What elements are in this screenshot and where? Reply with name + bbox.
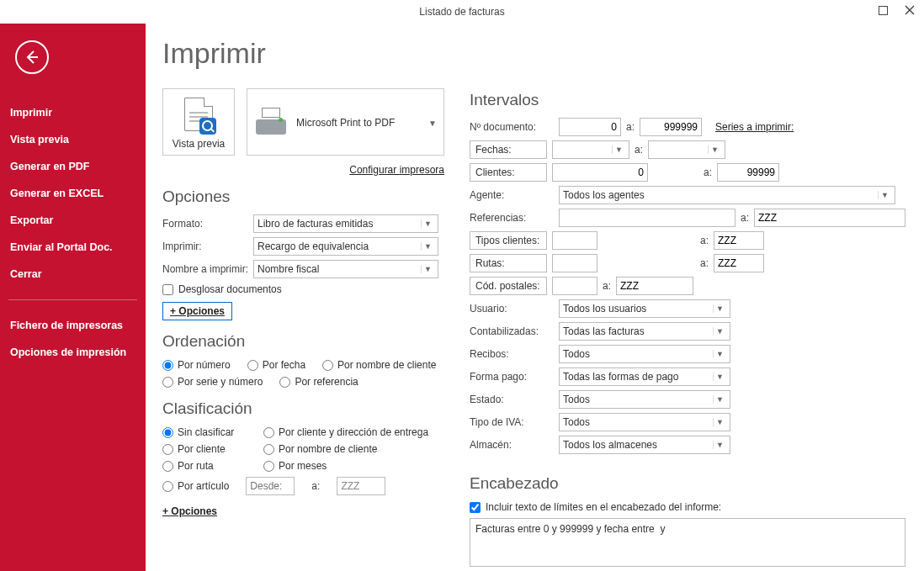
cod-postales-button[interactable]: Cód. postales:	[470, 277, 547, 295]
chevron-down-icon: ▼	[428, 119, 437, 128]
clas-por-nombre-cliente[interactable]: Por nombre de cliente	[263, 443, 377, 455]
window-title: Listado de facturas	[419, 6, 504, 18]
recibos-select[interactable]: Todos▼	[559, 345, 730, 363]
intervalos-title: Intervalos	[470, 91, 905, 109]
clientes-button[interactable]: Clientes:	[470, 163, 547, 182]
referencias-label: Referencias:	[470, 212, 554, 224]
formato-select[interactable]: Libro de facturas emitidas▼	[253, 214, 438, 233]
tipos-from[interactable]	[552, 231, 597, 250]
agente-label: Agente:	[470, 189, 554, 201]
encabezado-textarea[interactable]	[470, 518, 905, 567]
clas-mas-opciones[interactable]: + Opciones	[162, 505, 217, 517]
referencias-from[interactable]	[559, 209, 735, 227]
sidebar-item-generar-pdf[interactable]: Generar en PDF	[0, 153, 146, 180]
nombre-label: Nombre a imprimir:	[162, 263, 253, 275]
recibos-label: Recibos:	[470, 348, 554, 360]
svg-rect-0	[879, 6, 887, 14]
clas-por-meses[interactable]: Por meses	[263, 460, 327, 472]
contab-label: Contabilizadas:	[470, 325, 554, 337]
orden-por-referencia[interactable]: Por referencia	[279, 376, 358, 388]
ndoc-to[interactable]	[640, 118, 702, 136]
usuario-label: Usuario:	[470, 303, 554, 315]
sidebar-item-opciones-impresion[interactable]: Opciones de impresión	[0, 339, 146, 366]
fechas-button[interactable]: Fechas:	[470, 140, 547, 159]
rutas-to[interactable]	[714, 254, 764, 272]
iva-label: Tipo de IVA:	[470, 416, 554, 428]
estado-label: Estado:	[470, 394, 554, 405]
clas-hasta-input[interactable]	[337, 477, 385, 495]
almacen-select[interactable]: Todos los almacenes▼	[559, 436, 730, 454]
orden-por-numero[interactable]: Por número	[162, 359, 231, 371]
series-imprimir-link[interactable]: Series a imprimir:	[715, 121, 794, 133]
cp-from[interactable]	[552, 277, 597, 295]
sidebar-item-fichero-impresoras[interactable]: Fichero de impresoras	[0, 312, 146, 339]
close-button[interactable]	[899, 2, 921, 19]
sidebar-item-exportar[interactable]: Exportar	[0, 207, 146, 234]
imprimir-label: Imprimir:	[162, 241, 253, 252]
document-preview-icon	[179, 98, 218, 135]
sidebar-separator	[8, 299, 137, 300]
orden-por-fecha[interactable]: Por fecha	[247, 359, 305, 371]
vista-previa-button[interactable]: Vista previa	[162, 88, 235, 156]
rutas-from[interactable]	[552, 254, 597, 272]
sidebar-item-imprimir[interactable]: Imprimir	[0, 99, 146, 126]
clas-sin-clasificar[interactable]: Sin clasificar	[162, 426, 247, 438]
cp-to[interactable]	[616, 277, 693, 295]
rutas-button[interactable]: Rutas:	[470, 254, 547, 272]
fpago-label: Forma pago:	[470, 371, 554, 383]
configurar-impresora-link[interactable]: Configurar impresora	[162, 164, 444, 176]
clas-por-cliente-direccion[interactable]: Por cliente y dirección de entrega	[263, 426, 428, 438]
sidebar-item-cerrar[interactable]: Cerrar	[0, 261, 146, 288]
clas-a-label: a:	[311, 480, 320, 492]
vista-previa-label: Vista previa	[170, 138, 227, 150]
maximize-button[interactable]	[872, 2, 894, 19]
imprimir-select[interactable]: Recargo de equivalencia▼	[253, 237, 438, 256]
ordenacion-title: Ordenación	[162, 332, 444, 351]
iva-select[interactable]: Todos▼	[559, 413, 730, 431]
printer-select[interactable]: Microsoft Print to PDF ▼	[247, 88, 444, 156]
referencias-to[interactable]	[754, 209, 905, 227]
estado-select[interactable]: Todos▼	[559, 390, 730, 409]
formato-label: Formato:	[162, 218, 253, 230]
clasificacion-title: Clasificación	[162, 399, 444, 418]
opciones-title: Opciones	[162, 188, 444, 206]
clas-por-cliente[interactable]: Por cliente	[162, 443, 247, 455]
clientes-from[interactable]	[552, 163, 648, 182]
sidebar: Imprimir Vista previa Generar en PDF Gen…	[0, 24, 146, 571]
incluir-texto-checkbox[interactable]: Incluir texto de límites en el encabezad…	[470, 501, 905, 513]
desglosar-checkbox[interactable]: Desglosar documentos	[162, 283, 444, 295]
printer-icon	[254, 108, 288, 138]
tipos-clientes-button[interactable]: Tipos clientes:	[470, 231, 547, 250]
sidebar-item-vista-previa[interactable]: Vista previa	[0, 126, 146, 153]
page-heading: Imprimir	[162, 37, 444, 70]
agente-select[interactable]: Todos los agentes▼	[559, 186, 895, 204]
usuario-select[interactable]: Todos los usuarios▼	[559, 299, 730, 318]
fecha-to[interactable]: ▼	[648, 140, 725, 159]
fpago-select[interactable]: Todas las formas de pago▼	[559, 367, 730, 386]
mas-opciones-button[interactable]: + Opciones	[162, 302, 232, 320]
contab-select[interactable]: Todas las facturas▼	[559, 322, 730, 341]
printer-name: Microsoft Print to PDF	[296, 117, 395, 129]
ndoc-label: Nº documento:	[470, 121, 554, 133]
clas-desde-input[interactable]	[246, 477, 295, 495]
sidebar-item-enviar-portal[interactable]: Enviar al Portal Doc.	[0, 234, 146, 261]
back-button[interactable]	[15, 40, 49, 74]
orden-por-nombre-cliente[interactable]: Por nombre de cliente	[322, 359, 436, 371]
clas-por-articulo[interactable]: Por artículo	[162, 480, 229, 492]
clas-por-ruta[interactable]: Por ruta	[162, 460, 247, 472]
nombre-select[interactable]: Nombre fiscal▼	[253, 260, 438, 278]
encabezado-title: Encabezado	[470, 474, 905, 493]
almacen-label: Almacén:	[470, 439, 554, 451]
ndoc-from[interactable]	[559, 118, 621, 136]
titlebar: Listado de facturas	[0, 0, 924, 24]
fecha-from[interactable]: ▼	[552, 140, 629, 159]
orden-por-serie-numero[interactable]: Por serie y número	[162, 376, 263, 388]
sidebar-item-generar-excel[interactable]: Generar en EXCEL	[0, 180, 146, 207]
clientes-to[interactable]	[717, 163, 779, 182]
tipos-to[interactable]	[714, 231, 764, 250]
